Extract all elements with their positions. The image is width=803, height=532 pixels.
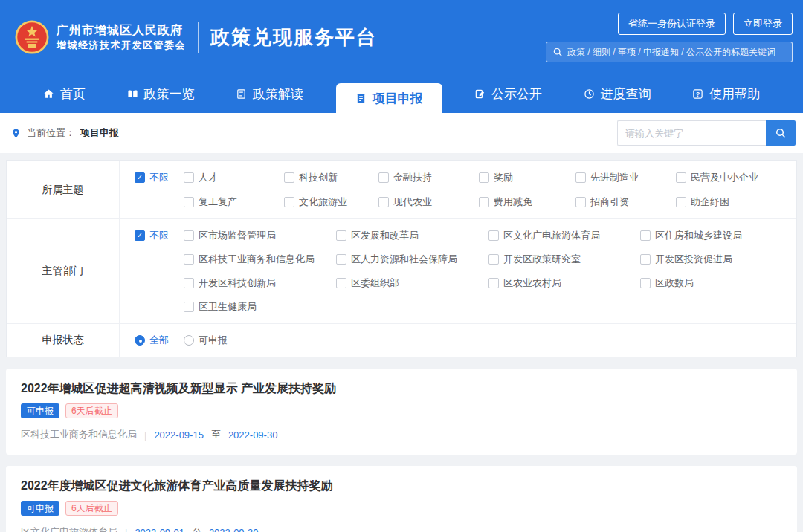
deadline-badge: 6天后截止 bbox=[65, 403, 118, 418]
department-option[interactable]: ✓区市场监督管理局 bbox=[184, 229, 336, 242]
department-option[interactable]: ✓区人力资源和社会保障局 bbox=[336, 253, 488, 266]
checkbox-icon: ✓ bbox=[640, 254, 651, 265]
theme-option[interactable]: ✓人才 bbox=[184, 171, 284, 184]
checkbox-icon: ✓ bbox=[640, 230, 651, 241]
checkbox-icon: ✓ bbox=[479, 197, 489, 207]
header-search-input[interactable] bbox=[567, 47, 786, 57]
home-icon bbox=[43, 88, 54, 100]
department-option[interactable]: ✓开发区科技创新局 bbox=[184, 276, 336, 290]
department-option[interactable]: ✓区发展和改革局 bbox=[336, 229, 488, 242]
help-icon: ? bbox=[692, 88, 703, 100]
checkbox-icon: ✓ bbox=[575, 197, 586, 207]
breadcrumb: 当前位置： 项目申报 bbox=[10, 126, 119, 140]
nav-item-project-apply[interactable]: 项目申报 bbox=[336, 83, 442, 113]
login-button[interactable]: 立即登录 bbox=[733, 13, 793, 35]
radio-icon bbox=[184, 335, 194, 346]
result-card[interactable]: 2022年增城区促进超高清视频及新型显示 产业发展扶持奖励 可申报 6天后截止 … bbox=[6, 369, 797, 455]
checkbox-checked-icon: ✓ bbox=[135, 230, 145, 241]
result-title[interactable]: 2022年增城区促进超高清视频及新型显示 产业发展扶持奖励 bbox=[21, 381, 782, 397]
theme-option[interactable]: ✓科技创新 bbox=[284, 171, 378, 184]
filter-panel: 所属主题 ✓不限 ✓人才 ✓科技创新 ✓金融扶持 ✓奖励 ✓先进制造业 ✓民营及… bbox=[6, 160, 797, 357]
org-name-line2: 增城经济技术开发区管委会 bbox=[57, 39, 186, 52]
theme-option[interactable]: ✓先进制造业 bbox=[575, 171, 676, 184]
date-to-label: 至 bbox=[192, 525, 201, 532]
checkbox-icon: ✓ bbox=[640, 278, 651, 288]
department-option[interactable]: ✓区政数局 bbox=[640, 276, 789, 290]
result-badges: 可申报 6天后截止 bbox=[21, 501, 782, 516]
theme-option[interactable]: ✓金融扶持 bbox=[378, 171, 479, 184]
result-department: 区科技工业商务和信息化局 bbox=[21, 428, 137, 441]
nav-item-progress-query[interactable]: 进度查询 bbox=[575, 74, 660, 113]
theme-option[interactable]: ✓助企纾困 bbox=[676, 195, 789, 209]
nav-item-label: 首页 bbox=[60, 85, 86, 103]
keyword-search-button[interactable] bbox=[766, 120, 796, 146]
deadline-badge: 6天后截止 bbox=[65, 501, 118, 516]
department-option[interactable]: ✓区农业农村局 bbox=[488, 276, 640, 290]
main-nav: 首页 政策一览 政策解读 项目申报 公示公开 进度查询 ? 使用帮助 bbox=[0, 74, 803, 113]
sso-login-button[interactable]: 省统一身份认证登录 bbox=[618, 13, 726, 35]
department-option[interactable]: ✓区住房和城乡建设局 bbox=[640, 229, 789, 242]
theme-option[interactable]: ✓招商引资 bbox=[575, 195, 676, 209]
theme-option[interactable]: ✓民营及中小企业 bbox=[676, 171, 789, 184]
nav-item-label: 政策一览 bbox=[144, 85, 195, 103]
checkbox-icon: ✓ bbox=[378, 172, 389, 183]
nav-item-policy-read[interactable]: 政策解读 bbox=[227, 74, 312, 113]
nav-item-help[interactable]: ? 使用帮助 bbox=[683, 74, 769, 113]
theme-option[interactable]: ✓复工复产 bbox=[184, 195, 284, 209]
breadcrumb-prefix: 当前位置： bbox=[27, 126, 75, 140]
theme-option[interactable]: ✓奖励 bbox=[479, 171, 575, 184]
status-option-applicable[interactable]: 可申报 bbox=[184, 334, 228, 347]
result-meta: 区科技工业商务和信息化局 | 2022-09-15 至 2022-09-30 bbox=[21, 428, 782, 441]
keyword-search-input[interactable] bbox=[617, 120, 766, 146]
filter-label-status: 申报状态 bbox=[7, 324, 120, 357]
checkbox-icon: ✓ bbox=[184, 254, 194, 265]
department-option[interactable]: ✓区文化广电旅游体育局 bbox=[488, 229, 640, 242]
radio-selected-icon bbox=[135, 335, 145, 346]
department-option[interactable]: ✓区卫生健康局 bbox=[184, 300, 336, 314]
department-option[interactable]: ✓开发区政策研究室 bbox=[488, 253, 640, 266]
checkbox-icon: ✓ bbox=[488, 278, 499, 288]
nav-item-public-notice[interactable]: 公示公开 bbox=[465, 74, 551, 113]
header-search[interactable] bbox=[546, 42, 793, 62]
svg-text:?: ? bbox=[696, 90, 700, 97]
department-option[interactable]: ✓区科技工业商务和信息化局 bbox=[184, 253, 336, 266]
department-options: ✓不限 ✓区市场监督管理局 ✓区发展和改革局 ✓区文化广电旅游体育局 ✓区住房和… bbox=[120, 219, 796, 323]
nav-item-policy-list[interactable]: 政策一览 bbox=[118, 74, 204, 113]
theme-option[interactable]: ✓现代农业 bbox=[378, 195, 479, 209]
theme-option-unlimited[interactable]: ✓不限 bbox=[135, 171, 184, 184]
department-option[interactable]: ✓区委组织部 bbox=[336, 276, 488, 290]
checkbox-icon: ✓ bbox=[184, 172, 194, 183]
status-option-all[interactable]: 全部 bbox=[135, 334, 184, 347]
checkbox-icon: ✓ bbox=[284, 172, 294, 183]
result-title[interactable]: 2022年度增城区促进文化旅游体育产业高质量发展扶持奖励 bbox=[21, 479, 782, 494]
checkbox-checked-icon: ✓ bbox=[135, 172, 145, 183]
main-content: 所属主题 ✓不限 ✓人才 ✓科技创新 ✓金融扶持 ✓奖励 ✓先进制造业 ✓民营及… bbox=[0, 153, 803, 532]
nav-item-home[interactable]: 首页 bbox=[34, 74, 94, 113]
theme-options: ✓不限 ✓人才 ✓科技创新 ✓金融扶持 ✓奖励 ✓先进制造业 ✓民营及中小企业 … bbox=[120, 161, 796, 218]
filter-row-department: 主管部门 ✓不限 ✓区市场监督管理局 ✓区发展和改革局 ✓区文化广电旅游体育局 … bbox=[7, 219, 796, 324]
form-icon bbox=[355, 93, 367, 104]
meta-separator: | bbox=[125, 527, 127, 532]
filter-row-status: 申报状态 全部 可申报 bbox=[7, 324, 796, 357]
department-option-unlimited[interactable]: ✓不限 bbox=[135, 229, 184, 242]
checkbox-icon: ✓ bbox=[479, 172, 489, 183]
result-badges: 可申报 6天后截止 bbox=[21, 403, 782, 418]
department-option[interactable]: ✓开发区投资促进局 bbox=[640, 253, 789, 266]
checkbox-icon: ✓ bbox=[184, 302, 194, 312]
org-names: 广州市增城区人民政府 增城经济技术开发区管委会 bbox=[57, 22, 186, 52]
checkbox-icon: ✓ bbox=[336, 254, 346, 265]
keyword-search bbox=[617, 120, 796, 146]
date-start: 2022-09-01 bbox=[135, 527, 184, 532]
date-start: 2022-09-15 bbox=[154, 429, 204, 441]
filter-label-department: 主管部门 bbox=[7, 219, 120, 323]
theme-option[interactable]: ✓文化旅游业 bbox=[284, 195, 378, 209]
document-icon bbox=[236, 88, 247, 100]
filter-label-theme: 所属主题 bbox=[7, 161, 120, 218]
theme-option[interactable]: ✓费用减免 bbox=[479, 195, 575, 209]
checkbox-icon: ✓ bbox=[676, 197, 686, 207]
header-branding: 广州市增城区人民政府 增城经济技术开发区管委会 政策兑现服务平台 bbox=[15, 20, 377, 54]
result-card[interactable]: 2022年度增城区促进文化旅游体育产业高质量发展扶持奖励 可申报 6天后截止 区… bbox=[6, 466, 797, 532]
checkbox-icon: ✓ bbox=[488, 230, 499, 241]
header: 广州市增城区人民政府 增城经济技术开发区管委会 政策兑现服务平台 省统一身份认证… bbox=[0, 0, 803, 74]
date-end: 2022-09-30 bbox=[228, 429, 278, 441]
